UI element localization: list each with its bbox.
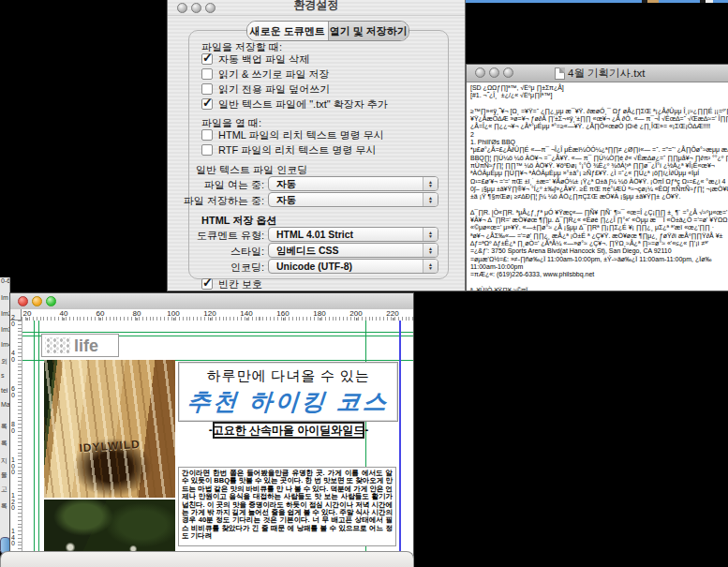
checkbox-box[interactable] — [201, 144, 213, 156]
guide-line[interactable] — [34, 321, 35, 566]
checkbox-row-ignore-html-rich[interactable]: HTML 파일의 리치 텍스트 명령 무시 — [201, 128, 384, 142]
guide-line[interactable] — [22, 332, 413, 333]
clipped-text-fragment: 을 — [1, 470, 7, 480]
popup-arrows-icon: ▲▼ — [423, 177, 438, 190]
tab-new-document[interactable]: 새로운 도큐멘트 — [247, 22, 328, 40]
popup-value: 자동 — [276, 178, 296, 191]
popup-html-encoding[interactable]: Unicode (UTF-8) ▲▼ — [268, 259, 438, 274]
text-file-window: 4월 기획기사.txt [SD ¿ΩΩƒ∏]ª™, √Ëºμ ∏±Σπ¿Å] [… — [466, 64, 728, 291]
wood-texture — [44, 360, 175, 498]
subheadline-text: -고요한 산속마을 아이딜와일드- — [209, 423, 369, 439]
checkbox-row-ignore-rtf-rich[interactable]: RTF 파일의 리치 텍스트 명령 무시 — [201, 143, 376, 157]
page-canvas[interactable]: life IDYLWILD 하루만에 다녀올 수 있는 추천 하이킹 코스 -고… — [22, 321, 413, 566]
headline-big: 추천 하이킹 코스 — [178, 386, 398, 417]
tab-open-and-save[interactable]: 열기 및 저장하기 — [328, 22, 409, 40]
wood-carving-photo[interactable]: IDYLWILD — [44, 360, 175, 498]
ruler-number: 120 — [11, 493, 18, 512]
checkbox-box[interactable]: ✓ — [201, 98, 213, 110]
clipped-text-fragment: 고 — [1, 485, 7, 494]
document-icon — [555, 67, 565, 80]
ruler-number: 80 — [11, 422, 18, 434]
clipped-text-fragment: Im — [1, 294, 8, 301]
checkbox-row-preserve-blank[interactable]: ✓ 빈칸 보호 — [201, 277, 262, 291]
ruler-number: 20 — [11, 315, 18, 327]
ruler-number: 40 — [11, 351, 18, 363]
popup-row-saving-files: 파일 저장하는 중: 자동 ▲▼ — [168, 192, 465, 207]
popup-document-type[interactable]: HTML 4.01 Strict ▲▼ — [268, 227, 438, 242]
popup-arrows-icon: ▲▼ — [423, 260, 438, 273]
checkbox-row-txt-extension[interactable]: ✓ 일반 텍스트 파일에 ".txt" 확장자 추가 — [201, 97, 388, 111]
headline-small: 하루만에 다녀올 수 있는 — [179, 367, 397, 385]
sliver-light-segment — [706, 0, 713, 3]
clipped-text-fragment: 록 — [1, 422, 7, 431]
clipped-text-fragment: 외 — [1, 357, 7, 366]
popup-label: 도큐멘트 유형: — [168, 229, 264, 243]
popup-styling[interactable]: 임베디드 CSS ▲▼ — [268, 243, 438, 258]
txt-content[interactable]: [SD ¿ΩΩƒ∏]ª™, √Ëºμ ∏±Σπ¿Å] [#1. ¬˝¿Î¸˙ ±… — [467, 82, 728, 291]
desktop: 0-63ImIm2Im3Im4외steiMa록록지을고록 환경설정 새로운 도큐… — [0, 0, 728, 567]
checkbox-box[interactable] — [201, 83, 213, 95]
checkbox-box[interactable] — [201, 129, 213, 141]
sliver-tan-segment — [647, 0, 659, 3]
checkbox-label: RTF 파일의 리치 텍스트 명령 무시 — [218, 143, 376, 157]
life-logo-box[interactable]: life — [41, 334, 119, 357]
subheadline-box[interactable]: -고요한 산속마을 아이딜와일드- — [213, 422, 364, 439]
clipped-text-fragment: 록 — [1, 439, 7, 448]
checkmark-icon: ✓ — [202, 276, 213, 290]
checkbox-label: HTML 파일의 리치 텍스트 명령 무시 — [218, 128, 384, 142]
layout-titlebar[interactable] — [10, 293, 413, 310]
close-button[interactable] — [475, 67, 485, 78]
popup-arrows-icon: ▲▼ — [423, 228, 438, 241]
popup-row-opening-files: 파일 여는 중: 자동 ▲▼ — [168, 176, 465, 191]
popup-value: 임베디드 CSS — [276, 245, 339, 258]
checkbox-row-overwrite-readonly[interactable]: 읽기 전용 파일 덮어쓰기 — [201, 82, 330, 96]
txt-titlebar[interactable]: 4월 기획기사.txt — [467, 65, 728, 82]
close-button[interactable] — [18, 296, 28, 306]
ruler-number: 20 — [23, 309, 32, 318]
foreground-window-top-edge[interactable] — [0, 551, 414, 567]
preferences-dialog: 환경설정 새로운 도큐멘트 열기 및 저장하기 파일을 저장할 때: ✓ 자동 … — [167, 0, 466, 291]
guide-line[interactable] — [38, 321, 39, 566]
clipped-text-fragment: s — [1, 372, 5, 379]
popup-row-document-type: 도큐멘트 유형: HTML 4.01 Strict ▲▼ — [168, 227, 465, 242]
txt-window-title: 4월 기획기사.txt — [568, 67, 645, 81]
popup-label: 파일 저장하는 중: — [168, 194, 264, 208]
logo-text: life — [74, 337, 98, 354]
minimize-button[interactable] — [32, 296, 42, 306]
popup-value: Unicode (UTF-8) — [276, 261, 352, 272]
popup-label: 스타일: — [168, 245, 264, 259]
popup-saving-encoding[interactable]: 자동 ▲▼ — [268, 192, 438, 207]
popup-opening-encoding[interactable]: 자동 ▲▼ — [268, 176, 438, 191]
zoom-button[interactable] — [46, 296, 56, 306]
popup-row-styling: 스타일: 임베디드 CSS ▲▼ — [168, 243, 465, 258]
forest-photo[interactable] — [44, 500, 175, 556]
ruler-number: 140 — [11, 529, 18, 547]
layout-app-window: 20406080100120140160180200220 2040608010… — [9, 292, 414, 567]
body-text-box[interactable]: 간이라면 한번 쯤은 들어봤을만큼 유명한 곳. 가게 이름 에서도 알 수 있… — [178, 467, 396, 546]
checkbox-label: 읽기 & 쓰기로 파일 저장 — [218, 67, 330, 82]
popup-label: 인코딩: — [168, 261, 264, 275]
clipped-text-fragment: 록 — [1, 501, 7, 511]
prefs-tab-control: 새로운 도큐멘트 열기 및 저장하기 — [246, 21, 409, 41]
popup-row-encoding: 인코딩: Unicode (UTF-8) ▲▼ — [168, 259, 465, 274]
zoom-button[interactable] — [503, 67, 513, 78]
page-edge-guide[interactable] — [399, 321, 401, 566]
prefs-window-title: 환경설정 — [168, 0, 465, 12]
checkbox-box[interactable] — [201, 68, 213, 80]
plaintext-encoding-section-label: 일반 텍스트 파일 인코딩 — [196, 163, 307, 177]
checkmark-icon: ✓ — [202, 51, 213, 65]
popup-label: 파일 여는 중: — [168, 178, 264, 192]
ruler-number: 100 — [11, 457, 18, 476]
clipped-text-fragment: 지 — [1, 456, 7, 466]
headline-box[interactable]: 하루만에 다녀올 수 있는 추천 하이킹 코스 — [178, 362, 398, 422]
minimize-button[interactable] — [489, 67, 499, 78]
checkmark-icon: ✓ — [202, 96, 213, 110]
checkbox-row-delete-backup[interactable]: ✓ 자동 백업 파일 삭제 — [201, 52, 309, 66]
prefs-titlebar[interactable]: 환경설정 — [168, 0, 465, 16]
checkbox-row-save-read-write[interactable]: 읽기 & 쓰기로 파일 저장 — [201, 67, 330, 81]
checkbox-label: 읽기 전용 파일 덮어쓰기 — [218, 82, 330, 97]
popup-arrows-icon: ▲▼ — [423, 244, 438, 257]
checkbox-box[interactable]: ✓ — [201, 278, 213, 290]
checkbox-box[interactable]: ✓ — [201, 53, 213, 65]
clipped-text-fragment: 0-63 — [1, 277, 10, 284]
